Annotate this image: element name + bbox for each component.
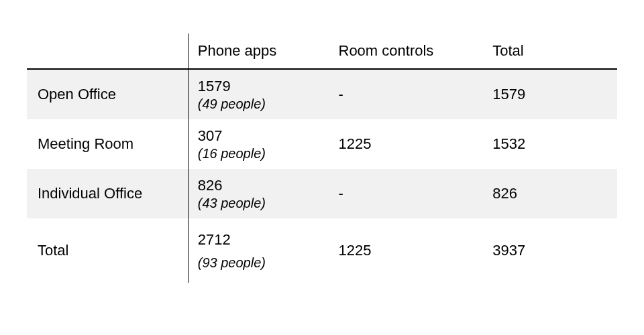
data-table: Phone apps Room controls Total Open Offi…: [27, 34, 617, 283]
total-phone-apps-value: 2712: [198, 231, 329, 249]
phone-apps-value: 307: [198, 127, 329, 145]
row-total-value: 1532: [483, 135, 617, 153]
phone-apps-value: 1579: [198, 78, 329, 95]
phone-apps-note: (43 people): [198, 196, 329, 211]
header-label: Room controls: [329, 42, 484, 60]
room-controls-value: -: [329, 86, 484, 103]
header-cell-total: Total: [483, 34, 617, 69]
phone-apps-value: 826: [198, 177, 329, 194]
total-total-value: 3937: [483, 242, 617, 259]
room-controls-value: -: [329, 185, 484, 202]
row-room-controls-cell: -: [329, 69, 484, 119]
table-row: Open Office 1579 (49 people) - 1579: [27, 69, 617, 119]
row-total-value: 1579: [483, 86, 617, 103]
row-room-controls-cell: -: [329, 169, 484, 218]
total-phone-apps-note: (93 people): [198, 255, 329, 271]
table-total-row: Total 2712 (93 people) 1225 3937: [27, 218, 617, 283]
row-label: Open Office: [27, 86, 188, 103]
total-room-controls-cell: 1225: [329, 218, 484, 283]
phone-apps-note: (49 people): [198, 96, 329, 112]
row-label-cell: Open Office: [27, 69, 188, 119]
table-row: Individual Office 826 (43 people) - 826: [27, 169, 617, 218]
total-total-cell: 3937: [483, 218, 617, 283]
phone-apps-note: (16 people): [198, 146, 329, 161]
row-label: Meeting Room: [27, 135, 188, 153]
header-cell-phone-apps: Phone apps: [188, 34, 329, 69]
header-label: Total: [483, 42, 617, 60]
row-phone-apps-cell: 307 (16 people): [188, 119, 329, 169]
header-cell-room-controls: Room controls: [329, 34, 484, 69]
row-label: Individual Office: [27, 185, 188, 202]
table-row: Meeting Room 307 (16 people) 1225 1532: [27, 119, 617, 169]
row-total-cell: 1579: [483, 69, 617, 119]
row-total-cell: 1532: [483, 119, 617, 169]
total-label: Total: [27, 242, 188, 259]
row-label-cell: Individual Office: [27, 169, 188, 218]
row-phone-apps-cell: 1579 (49 people): [188, 69, 329, 119]
header-cell-blank: [27, 34, 188, 69]
row-total-cell: 826: [483, 169, 617, 218]
header-label: Phone apps: [189, 42, 329, 60]
total-phone-apps-cell: 2712 (93 people): [188, 218, 329, 283]
row-phone-apps-cell: 826 (43 people): [188, 169, 329, 218]
row-total-value: 826: [483, 185, 617, 202]
row-room-controls-cell: 1225: [329, 119, 484, 169]
table-header-row: Phone apps Room controls Total: [27, 34, 617, 69]
room-controls-value: 1225: [329, 135, 484, 153]
total-room-controls-value: 1225: [329, 242, 484, 259]
total-label-cell: Total: [27, 218, 188, 283]
row-label-cell: Meeting Room: [27, 119, 188, 169]
